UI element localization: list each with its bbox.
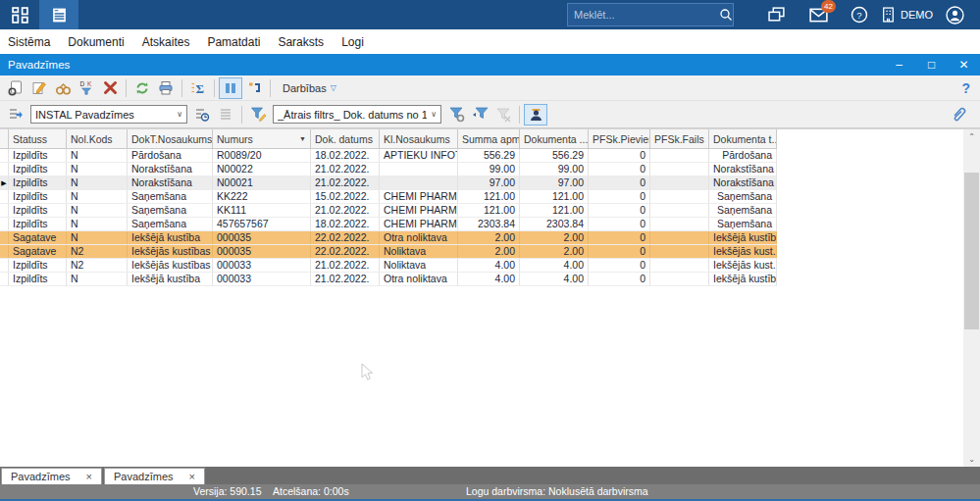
- global-search[interactable]: [567, 3, 734, 26]
- cell-numurs: N00022: [213, 163, 311, 175]
- delete-button[interactable]: [98, 77, 122, 99]
- view-settings-button[interactable]: [214, 104, 237, 125]
- cell-dokt_nosaukums: Iekšējā kustība: [128, 231, 213, 244]
- vertical-scrollbar[interactable]: ⌃ ⌄: [963, 129, 980, 467]
- cell-pfsk_fails: [650, 176, 709, 189]
- table-row[interactable]: IzpildītsNPārdošanaR0089/2018.02.2022.AP…: [0, 149, 777, 163]
- actions-dropdown[interactable]: Darbības ▽: [283, 82, 336, 94]
- search-input[interactable]: [568, 9, 719, 21]
- table-body: IzpildītsNPārdošanaR0089/2018.02.2022.AP…: [0, 149, 777, 286]
- table-row[interactable]: ▶IzpildītsNNorakstīšanaN0002121.02.2022.…: [0, 176, 777, 190]
- building-icon: [881, 7, 896, 23]
- filter-clear-button[interactable]: [491, 104, 515, 125]
- svg-text:?: ?: [856, 10, 861, 21]
- table-row[interactable]: SagataveNIekšējā kustība00003522.02.2022…: [0, 231, 777, 245]
- column-header-statuss[interactable]: Statuss: [9, 129, 67, 148]
- window-help-icon[interactable]: ?: [961, 80, 970, 96]
- top-app-bar: 42 ? DE: [0, 0, 980, 29]
- table-header-row: StatussNol.KodsDokT.NosaukumsNumurs▼Dok.…: [0, 129, 777, 149]
- menu-item-sistēma[interactable]: Sistēma: [8, 35, 50, 49]
- cell-statuss: Izpildīts: [9, 273, 67, 285]
- view-save-button[interactable]: [190, 104, 214, 125]
- cell-numurs: KK222: [213, 190, 311, 203]
- table-row[interactable]: SagataveN2Iekšējās kustības ...00003522.…: [0, 245, 777, 259]
- minimize-button[interactable]: –: [883, 54, 915, 75]
- column-header-dokumenta[interactable]: Dokumenta ...: [520, 129, 589, 148]
- cell-pfsk_fails: [650, 218, 709, 230]
- menu-item-dokumenti[interactable]: Dokumenti: [68, 35, 124, 49]
- table-row[interactable]: IzpildītsNSaņemšana45765756718.02.2022.C…: [0, 218, 777, 231]
- edit-button[interactable]: [27, 77, 51, 99]
- scrollbar-track[interactable]: [963, 144, 980, 452]
- tab-pavadzīmes-1[interactable]: Pavadzīmes×: [1, 468, 102, 484]
- cell-summa_apm: 556.29: [458, 149, 520, 162]
- menu-item-pamatdati[interactable]: Pamatdati: [207, 35, 260, 49]
- hierarchy-button[interactable]: [242, 77, 266, 99]
- table-row[interactable]: IzpildītsNSaņemšanaKK11121.02.2022.CHEMI…: [0, 204, 777, 218]
- column-header-pfsk_pievien[interactable]: PFSk.Pievien...: [589, 129, 650, 148]
- company-button[interactable]: DEMO: [881, 0, 933, 29]
- column-header-summa_apm[interactable]: Summa apm...: [458, 129, 520, 148]
- cell-dokumenta_t: Iekšējās kust...: [709, 245, 777, 258]
- quick-filter-select[interactable]: _Ātrais filtrs_ Dok. datums no 15.02. ∨: [273, 105, 441, 124]
- tab-close-icon[interactable]: ×: [86, 471, 92, 482]
- scrollbar-thumb[interactable]: [964, 173, 979, 329]
- maximize-button[interactable]: □: [915, 54, 948, 75]
- messages-button[interactable]: 42: [799, 0, 838, 29]
- column-label: Nol.Kods: [71, 133, 113, 145]
- cell-numurs: 000033: [213, 259, 311, 272]
- view-select[interactable]: INSTAL Pavadzīmes ∨: [30, 105, 187, 124]
- cell-dokumenta_t: Saņemšana: [709, 204, 777, 217]
- view-binoculars-button[interactable]: [51, 77, 75, 99]
- help-button[interactable]: ?: [840, 0, 879, 29]
- menu-item-saraksts[interactable]: Saraksts: [278, 35, 324, 49]
- table-row[interactable]: IzpildītsNIekšējā kustība00003321.02.202…: [0, 273, 777, 286]
- columns-toggle-button[interactable]: [219, 77, 242, 99]
- version-status: Versija: 590.15: [193, 485, 261, 497]
- column-header-dokt_nosaukums[interactable]: DokT.Nosaukums: [128, 129, 213, 148]
- column-header-pfsk_fails[interactable]: PFSk.Fails: [650, 129, 709, 148]
- column-header-kl_nosaukums[interactable]: Kl.Nosaukums: [380, 129, 458, 148]
- table-row[interactable]: IzpildītsN2Iekšējās kustības ...00003321…: [0, 259, 777, 273]
- tab-pavadzīmes-2[interactable]: Pavadzīmes×: [104, 468, 205, 484]
- quick-filter-value: _Ātrais filtrs_ Dok. datums no 15.02.: [278, 109, 427, 121]
- new-document-button[interactable]: [4, 77, 27, 99]
- cell-pfsk_pievien: 0: [589, 149, 650, 162]
- totals-button[interactable]: Σ: [186, 77, 210, 99]
- column-header-numurs[interactable]: Numurs▼: [213, 129, 311, 148]
- cell-dokt_nosaukums: Norakstīšana: [128, 176, 213, 189]
- attachment-button[interactable]: [947, 104, 970, 125]
- menu-item-logi[interactable]: Logi: [341, 35, 364, 49]
- scroll-up-arrow[interactable]: ⌃: [963, 129, 980, 144]
- cell-dokumenta: 2.00: [520, 245, 589, 258]
- column-header-dok_datums[interactable]: Dok. datums: [311, 129, 380, 148]
- cell-statuss: Izpildīts: [9, 218, 67, 230]
- cell-summa_apm: 4.00: [458, 273, 520, 285]
- documents-module-button[interactable]: [39, 0, 78, 29]
- print-button[interactable]: [154, 77, 178, 99]
- cell-numurs: 000035: [213, 231, 311, 244]
- filter-advanced-button[interactable]: [468, 104, 491, 125]
- dk-entries-button[interactable]: DK: [75, 77, 98, 99]
- cell-kl_nosaukums: Otra noliktava: [380, 231, 458, 244]
- cell-dok_datums: 21.02.2022.: [311, 259, 380, 272]
- table-row[interactable]: IzpildītsNNorakstīšanaN0002221.02.2022.9…: [0, 163, 777, 176]
- scroll-down-arrow[interactable]: ⌄: [963, 452, 980, 467]
- close-button[interactable]: ✕: [948, 54, 980, 75]
- column-label: Dok. datums: [315, 133, 373, 145]
- view-switch-button[interactable]: [4, 104, 27, 125]
- refresh-button[interactable]: [130, 77, 154, 99]
- apps-menu-button[interactable]: [0, 0, 39, 29]
- cell-summa_apm: 97.00: [458, 176, 520, 189]
- column-header-nol_kods[interactable]: Nol.Kods: [67, 129, 128, 148]
- column-header-dokumenta_t[interactable]: Dokumenta t...: [709, 129, 777, 148]
- responsible-person-filter-button[interactable]: [524, 104, 547, 125]
- filter-apply-button[interactable]: [444, 104, 468, 125]
- cell-dokumenta_t: Saņemšana: [709, 190, 777, 203]
- open-windows-button[interactable]: [757, 0, 797, 29]
- filter-edit-button[interactable]: [246, 104, 270, 125]
- tab-close-icon[interactable]: ×: [189, 471, 195, 482]
- menu-item-atskaites[interactable]: Atskaites: [142, 35, 190, 49]
- table-row[interactable]: IzpildītsNSaņemšanaKK22215.02.2022.CHEMI…: [0, 190, 777, 204]
- user-button[interactable]: [935, 0, 974, 29]
